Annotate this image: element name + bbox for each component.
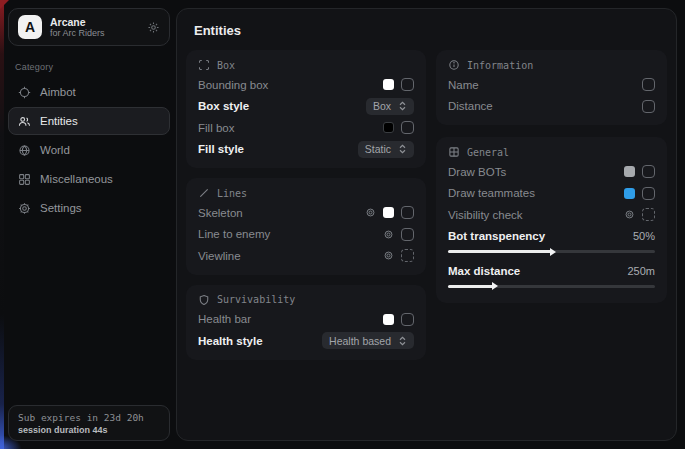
row-label: Health style xyxy=(198,335,263,347)
sidebar-item-label: Settings xyxy=(40,202,82,214)
app-logo: A xyxy=(18,15,42,39)
sidebar-item-aimbot[interactable]: Aimbot xyxy=(8,78,170,106)
row-viewline: Viewline xyxy=(198,245,414,267)
game-background-edge xyxy=(0,0,4,449)
globe-icon xyxy=(18,144,31,157)
row-label: Bounding box xyxy=(198,79,268,91)
row-draw-bots: Draw BOTs xyxy=(448,161,655,183)
health-style-dropdown[interactable]: Health based xyxy=(322,332,414,349)
left-column: Box Bounding box Box style Box xyxy=(186,50,426,360)
card-lines: Lines Skeleton Line to enemy xyxy=(186,178,426,275)
sub-expiry-text: Sub expires in 23d 20h xyxy=(18,412,160,423)
dropdown-value: Health based xyxy=(329,335,391,347)
sidebar-item-entities[interactable]: Entities xyxy=(8,107,170,135)
row-label: Bot transpenency xyxy=(448,230,545,242)
line-to-enemy-checkbox[interactable] xyxy=(401,228,414,241)
session-duration-text: session duration 44s xyxy=(18,425,160,435)
health-bar-checkbox[interactable] xyxy=(401,313,414,326)
draw-bots-checkbox[interactable] xyxy=(642,165,655,178)
app-header: A Arcane for Arc Riders xyxy=(8,8,170,46)
bounding-box-checkbox[interactable] xyxy=(401,78,414,91)
line-to-enemy-settings-gear-icon[interactable] xyxy=(383,229,394,240)
dropdown-value: Box xyxy=(373,100,391,112)
arcane-menu-window: A Arcane for Arc Riders Category Aimbot xyxy=(0,0,685,449)
sidebar-item-label: Entities xyxy=(40,115,78,127)
draw-bots-color-swatch[interactable] xyxy=(624,166,635,177)
fill-box-checkbox[interactable] xyxy=(401,121,414,134)
app-tagline: for Arc Riders xyxy=(50,28,139,38)
row-label: Distance xyxy=(448,100,493,112)
visibility-check-settings-gear-icon[interactable] xyxy=(624,209,635,220)
header-gear-icon[interactable] xyxy=(147,21,160,34)
row-skeleton: Skeleton xyxy=(198,202,414,224)
box-brackets-icon xyxy=(198,59,210,71)
row-label: Viewline xyxy=(198,250,241,262)
row-health-style: Health style Health based xyxy=(198,330,414,352)
chevron-up-down-icon xyxy=(398,144,407,154)
row-bot-transparency: Bot transpenency 50% xyxy=(448,226,655,248)
survivability-icon xyxy=(198,294,210,306)
draw-teammates-color-swatch[interactable] xyxy=(624,188,635,199)
bot-transparency-slider[interactable] xyxy=(448,250,655,253)
row-draw-teammates: Draw teammates xyxy=(448,183,655,205)
slider-fill xyxy=(448,250,552,253)
sidebar-item-world[interactable]: World xyxy=(8,136,170,164)
crosshair-icon xyxy=(18,86,31,99)
row-fill-style: Fill style Static xyxy=(198,139,414,161)
general-grid-icon xyxy=(448,146,460,158)
row-max-distance: Max distance 250m xyxy=(448,260,655,282)
name-checkbox[interactable] xyxy=(642,78,655,91)
right-column: Information Name Distance xyxy=(436,50,667,303)
row-health-bar: Health bar xyxy=(198,309,414,331)
card-title: Information xyxy=(467,60,533,71)
max-distance-value: 250m xyxy=(627,265,655,277)
viewline-settings-gear-icon[interactable] xyxy=(383,250,394,261)
row-label: Fill style xyxy=(198,143,244,155)
health-bar-color-swatch[interactable] xyxy=(383,314,394,325)
box-style-dropdown[interactable]: Box xyxy=(366,98,414,115)
card-title: Lines xyxy=(217,188,247,199)
subscription-box: Sub expires in 23d 20h session duration … xyxy=(8,405,170,441)
page-title: Entities xyxy=(194,23,667,38)
distance-checkbox[interactable] xyxy=(642,100,655,113)
dropdown-value: Static xyxy=(365,143,391,155)
row-label: Draw BOTs xyxy=(448,166,506,178)
card-title: Box xyxy=(217,60,235,71)
row-box-style: Box style Box xyxy=(198,96,414,118)
row-label: Line to enemy xyxy=(198,228,270,240)
card-title: Survivability xyxy=(217,294,295,305)
row-label: Max distance xyxy=(448,265,520,277)
max-distance-slider[interactable] xyxy=(448,285,655,288)
row-label: Fill box xyxy=(198,122,234,134)
skeleton-color-swatch[interactable] xyxy=(383,207,394,218)
chevron-up-down-icon xyxy=(398,101,407,111)
skeleton-checkbox[interactable] xyxy=(401,206,414,219)
visibility-check-checkbox[interactable] xyxy=(642,208,655,221)
row-label: Skeleton xyxy=(198,207,243,219)
line-icon xyxy=(198,187,210,199)
row-label: Draw teammates xyxy=(448,187,535,199)
slider-fill xyxy=(448,285,494,288)
sidebar-item-label: World xyxy=(40,144,70,156)
skeleton-settings-gear-icon[interactable] xyxy=(365,207,376,218)
sidebar-item-label: Aimbot xyxy=(40,86,76,98)
card-box: Box Bounding box Box style Box xyxy=(186,50,426,168)
row-fill-box: Fill box xyxy=(198,117,414,139)
main-panel: Entities Box Bounding box xyxy=(176,8,677,441)
fill-box-color-swatch[interactable] xyxy=(383,122,394,133)
category-label: Category xyxy=(15,62,170,72)
row-visibility-check: Visibility check xyxy=(448,204,655,226)
row-label: Visibility check xyxy=(448,209,523,221)
card-information: Information Name Distance xyxy=(436,50,667,125)
sidebar-item-miscellaneous[interactable]: Miscellaneous xyxy=(8,165,170,193)
row-distance: Distance xyxy=(448,96,655,118)
draw-teammates-checkbox[interactable] xyxy=(642,187,655,200)
information-icon xyxy=(448,59,460,71)
row-line-to-enemy: Line to enemy xyxy=(198,224,414,246)
app-name: Arcane xyxy=(50,16,139,28)
fill-style-dropdown[interactable]: Static xyxy=(358,141,414,158)
row-bounding-box: Bounding box xyxy=(198,74,414,96)
bounding-box-color-swatch[interactable] xyxy=(383,79,394,90)
sidebar-item-settings[interactable]: Settings xyxy=(8,194,170,222)
viewline-checkbox[interactable] xyxy=(401,249,414,262)
